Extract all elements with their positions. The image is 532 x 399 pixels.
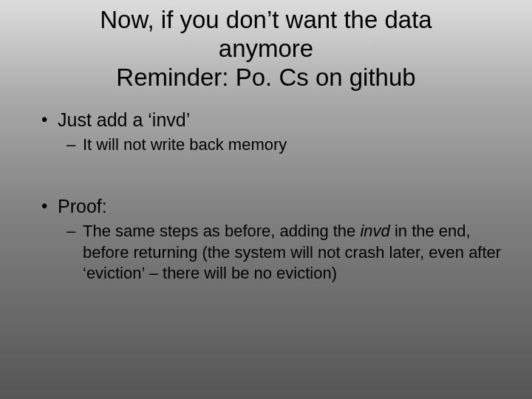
bullet-item-2-sub-1-pre: The same steps as before, adding the <box>83 222 360 240</box>
bullet-item-1-text: Just add a ‘invd’ <box>58 109 190 130</box>
bullet-item-2-sublist: The same steps as before, adding the inv… <box>58 221 502 283</box>
slide: Now, if you don’t want the data anymore … <box>0 0 532 399</box>
bullet-item-2-sub-1-em: invd <box>360 222 389 240</box>
bullet-list-2: Proof: The same steps as before, adding … <box>30 195 502 284</box>
bullet-item-1-sub-1: It will not write back memory <box>66 134 502 155</box>
bullet-item-2: Proof: The same steps as before, adding … <box>37 195 502 284</box>
bullet-list: Just add a ‘invd’ It will not write back… <box>30 109 502 155</box>
title-line-1: Now, if you don’t want the data anymore <box>100 6 432 62</box>
bullet-item-2-text: Proof: <box>58 196 107 216</box>
bullet-item-1-sublist: It will not write back memory <box>58 134 502 155</box>
title-line-2: Reminder: Po. Cs on github <box>116 64 415 91</box>
bullet-item-2-sub-1: The same steps as before, adding the inv… <box>66 221 502 283</box>
bullet-item-1: Just add a ‘invd’ It will not write back… <box>37 109 502 155</box>
slide-title: Now, if you don’t want the data anymore … <box>30 6 502 92</box>
spacer <box>30 160 502 195</box>
